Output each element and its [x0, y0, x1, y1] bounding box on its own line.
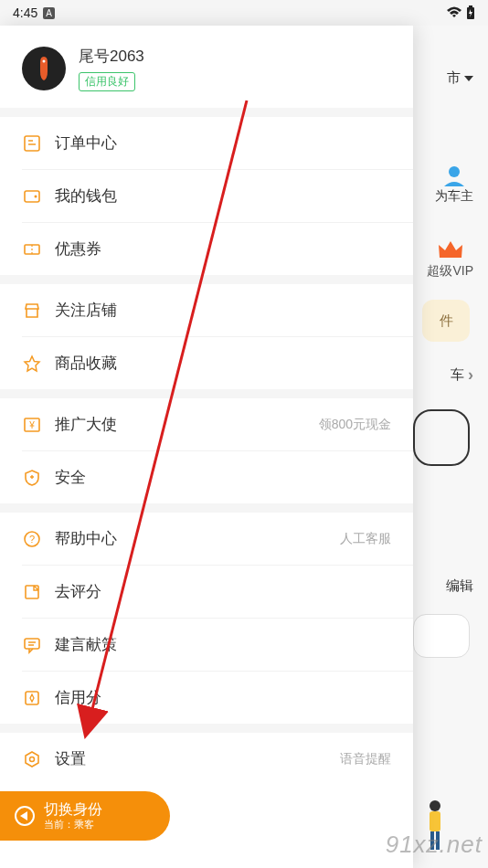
svg-rect-8 [25, 136, 39, 151]
profile-header[interactable]: 尾号2063 信用良好 [0, 26, 413, 108]
status-badge-icon: A [43, 7, 55, 19]
switch-arrow-icon [15, 806, 35, 826]
menu-label: 帮助中心 [55, 528, 327, 549]
switch-identity-button[interactable]: 切换身份 当前：乘客 [0, 791, 170, 841]
switch-subtitle: 当前：乘客 [44, 819, 102, 831]
help-icon: ? [22, 529, 42, 549]
menu-hint: 人工客服 [340, 531, 391, 547]
menu-label: 去评分 [55, 581, 391, 602]
battery-icon [466, 5, 475, 20]
status-bar: 4:45 A [0, 0, 488, 26]
car-link[interactable]: 车 › [451, 365, 473, 385]
menu-wallet[interactable]: 我的钱包 [0, 170, 413, 222]
svg-rect-4 [430, 811, 440, 831]
menu-label: 推广大使 [55, 414, 306, 435]
menu-label: 设置 [55, 748, 327, 769]
menu-label: 关注店铺 [55, 300, 391, 321]
svg-rect-5 [430, 831, 434, 850]
menu-coupons[interactable]: 优惠券 [0, 223, 413, 275]
menu-hint: 领800元现金 [319, 417, 391, 433]
side-drawer: 尾号2063 信用良好 订单中心 我的钱包 优惠券 关注店铺 商品收藏 [0, 26, 413, 868]
rate-icon [22, 582, 42, 602]
star-icon [22, 354, 42, 374]
menu-label: 订单中心 [55, 132, 391, 153]
edit-link[interactable]: 编辑 [446, 577, 473, 595]
menu-label: 优惠券 [55, 238, 391, 259]
svg-rect-9 [25, 191, 39, 202]
become-owner[interactable]: 为车主 [435, 164, 473, 205]
person-illustration [419, 799, 451, 852]
crown-icon [437, 238, 464, 261]
menu-label: 信用分 [55, 687, 391, 708]
menu-label: 我的钱包 [55, 185, 391, 206]
city-selector[interactable]: 市 [447, 69, 473, 87]
menu-label: 商品收藏 [55, 353, 391, 374]
svg-text:?: ? [29, 534, 35, 545]
menu-credit-score[interactable]: 信用分 [0, 672, 413, 724]
wallet-icon [22, 186, 42, 206]
chevron-right-icon: › [468, 365, 473, 385]
avatar[interactable] [22, 47, 66, 90]
svg-rect-17 [25, 639, 39, 649]
shop-icon [22, 301, 42, 321]
menu-orders[interactable]: 订单中心 [0, 117, 413, 169]
person-icon [440, 164, 468, 186]
status-time: 4:45 [13, 5, 37, 20]
menu-promoter[interactable]: ¥ 推广大使 领800元现金 [0, 398, 413, 450]
menu-hint: 语音提醒 [340, 751, 391, 767]
outline-box [413, 409, 470, 466]
gear-icon [22, 749, 42, 769]
svg-point-7 [43, 60, 46, 63]
svg-text:¥: ¥ [28, 420, 35, 430]
nickname: 尾号2063 [79, 46, 144, 67]
credit-icon [22, 688, 42, 708]
menu-feedback[interactable]: 建言献策 [0, 619, 413, 671]
svg-rect-6 [436, 831, 440, 850]
svg-point-3 [430, 800, 440, 811]
menu-settings[interactable]: 设置 语音提醒 [0, 733, 413, 785]
avatar-bird-icon [34, 55, 54, 82]
svg-rect-1 [469, 5, 472, 7]
menu-label: 建言献策 [55, 634, 391, 655]
svg-point-2 [449, 166, 460, 177]
pending-card[interactable]: 件 [422, 300, 470, 342]
status-icons [446, 5, 475, 20]
orders-icon [22, 133, 42, 153]
outline-box-2 [413, 614, 470, 658]
menu-help[interactable]: ? 帮助中心 人工客服 [0, 513, 413, 565]
wifi-icon [446, 6, 462, 19]
menu-safety[interactable]: 安全 [0, 451, 413, 503]
svg-point-19 [30, 757, 35, 761]
menu-favorites[interactable]: 商品收藏 [0, 337, 413, 389]
menu-shops[interactable]: 关注店铺 [0, 284, 413, 336]
caret-down-icon [464, 76, 473, 81]
super-vip[interactable]: 超级VIP [427, 238, 473, 280]
switch-title: 切换身份 [44, 800, 102, 819]
shield-icon [22, 468, 42, 488]
coupon-icon [22, 239, 42, 259]
credit-badge: 信用良好 [79, 72, 135, 91]
feedback-icon [22, 635, 42, 655]
svg-point-10 [35, 195, 37, 197]
menu-label: 安全 [55, 467, 391, 488]
cash-icon: ¥ [22, 415, 42, 435]
menu-rate[interactable]: 去评分 [0, 566, 413, 618]
